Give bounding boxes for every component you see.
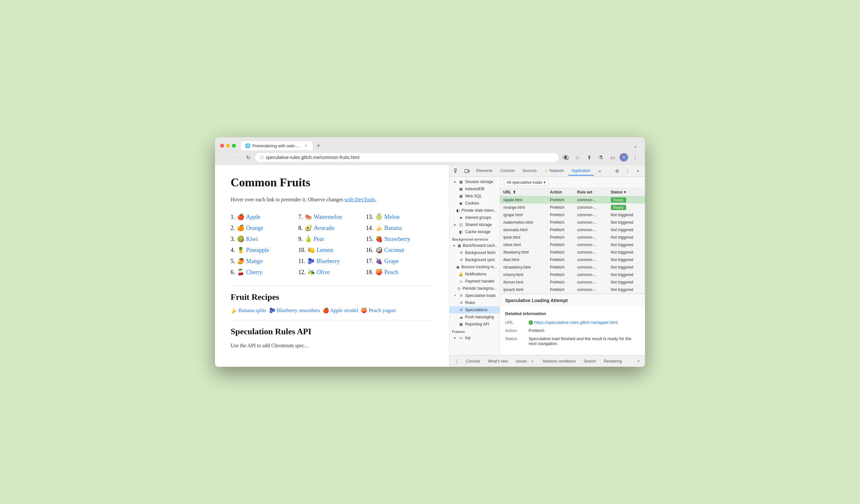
more-options-icon[interactable]: ⋮ (623, 167, 632, 176)
sidebar-item-top-frame[interactable]: ▶ ▭ top (449, 334, 500, 342)
more-menu-icon[interactable]: ⋮ (631, 153, 640, 162)
fruit-link-orange[interactable]: Orange (246, 225, 263, 231)
fruit-link-pear[interactable]: Pear (314, 236, 324, 243)
fruit-link-watermelon[interactable]: Watermelon (314, 214, 343, 220)
sidebar-item-cache-storage[interactable]: ◧ Cache storage (449, 228, 500, 235)
eyeslash-icon[interactable]: 👁‍🗨 (561, 153, 570, 162)
sidebar-item-interest-groups[interactable]: ◈ Interest groups (449, 214, 500, 221)
sidebar-item-websql[interactable]: ▦ Web SQL (449, 192, 500, 200)
fruit-link-coconut[interactable]: Coconut (385, 247, 404, 254)
col-url[interactable]: URL ⬆ (500, 188, 547, 197)
fruit-link-apple[interactable]: Apple (246, 214, 260, 220)
split-icon[interactable]: ▭ (608, 153, 617, 162)
minimize-button[interactable] (226, 144, 230, 148)
table-row[interactable]: /avocado.htmlPrefetchcommon-...Not trigg… (500, 226, 645, 234)
bottom-tab-whatsnew[interactable]: What's new (485, 357, 511, 365)
recipe-link-apple[interactable]: 🍎 Apple strudel (322, 307, 358, 314)
more-tabs-icon[interactable]: » (595, 167, 604, 176)
tab-close-icon[interactable]: × (303, 143, 309, 148)
fruit-link-cherry[interactable]: Cherry (246, 269, 262, 276)
fruit-link-kiwi[interactable]: Kiwi (246, 236, 258, 243)
table-row[interactable]: /grape.htmlPrefetchcommon-...Not trigger… (500, 211, 645, 219)
refresh-button[interactable]: ↻ (244, 153, 253, 162)
sidebar-item-indexeddb[interactable]: ▦ IndexedDB (449, 185, 500, 192)
sidebar-item-shared-storage[interactable]: ▶ ◫ Shared storage (449, 221, 500, 228)
inspect-element-icon[interactable] (452, 167, 461, 176)
table-row[interactable]: /pear.htmlPrefetchcommon-...Not triggere… (500, 234, 645, 241)
table-row[interactable]: /peach.htmlPrefetchcommon-...Not trigger… (500, 286, 645, 293)
fruit-link-strawberry[interactable]: Strawberry (385, 236, 411, 243)
share-icon[interactable]: ⬆ (585, 153, 593, 162)
maximize-button[interactable] (232, 144, 236, 148)
sidebar-item-reporting-api[interactable]: ▦ Reporting API (449, 321, 500, 328)
recipe-link-blueberry[interactable]: 🫐 Blueberry smoothies (269, 307, 320, 314)
avatar[interactable]: A (620, 153, 628, 162)
bottom-more-icon[interactable]: ⋮ (452, 357, 461, 366)
sidebar-item-session-storage[interactable]: ▶ ▦ Session storage (449, 178, 500, 185)
tab-console[interactable]: Console (497, 167, 518, 176)
sidebar-item-rules[interactable]: ↺ Rules (449, 299, 500, 306)
sidebar-item-bg-sync[interactable]: ↺ Background sync (449, 256, 500, 263)
bottom-tab-network-conditions[interactable]: Network conditions (540, 357, 579, 365)
fruit-link-lemon[interactable]: Lemon (317, 247, 333, 254)
sidebar-item-periodic-bg[interactable]: ◷ Periodic backgrou... (449, 285, 500, 292)
sidebar-item-notifications[interactable]: 🔔 Notifications (449, 271, 500, 278)
bottom-tab-search[interactable]: Search (580, 357, 599, 365)
back-button[interactable]: ← (220, 153, 229, 162)
fruit-link-pineapple[interactable]: Pineapple (246, 247, 269, 254)
table-row[interactable]: /apple.htmlPrefetchcommon-...Ready (500, 197, 645, 204)
col-action[interactable]: Action (547, 188, 574, 197)
table-row[interactable]: /watermelon.htmlPrefetchcommon-...Not tr… (500, 219, 645, 226)
tab-application[interactable]: Application (568, 167, 594, 176)
new-tab-button[interactable]: + (314, 141, 323, 150)
device-toggle-icon[interactable] (462, 167, 472, 176)
close-devtools-icon[interactable]: × (633, 167, 642, 176)
fruit-link-blueberry[interactable]: Blueberry (316, 258, 340, 265)
tab-sources[interactable]: Sources (519, 167, 540, 176)
fruit-link-mango[interactable]: Mango (246, 258, 263, 265)
sidebar-item-push-messaging[interactable]: ☁ Push messaging (449, 314, 500, 321)
settings-icon[interactable]: ⚙ (613, 167, 621, 176)
sidebar-item-cookies[interactable]: ◉ Cookies (449, 200, 500, 207)
url-value[interactable]: ✓ https://speculative-rules.glitch.me/ap… (529, 320, 618, 325)
sidebar-item-private-state-tokens[interactable]: ◧ Private state token... (449, 207, 500, 214)
table-row[interactable]: /blueberry.htmlPrefetchcommon-...Not tri… (500, 249, 645, 256)
col-status[interactable]: Status ▾ (607, 188, 645, 197)
browser-tab[interactable]: 🌐 Prerendering with web-vitals... × (241, 141, 313, 150)
sidebar-item-payment-handler[interactable]: ▭ Payment handler (449, 278, 500, 285)
sidebar-item-bounce-tracking[interactable]: ◉ Bounce tracking m... (449, 263, 500, 271)
recipe-link-peach[interactable]: 🍑 Peach yogurt (361, 307, 396, 314)
fruit-link-peach[interactable]: Peach (385, 269, 399, 276)
sidebar-item-speculations[interactable]: ↺ Speculations (449, 306, 500, 314)
table-row[interactable]: /kiwi.htmlPrefetchcommon-...Not triggere… (500, 256, 645, 264)
issues-close-icon[interactable]: × (530, 359, 535, 363)
speculation-dropdown[interactable]: All speculative loads ▾ (504, 179, 548, 186)
tab-dropdown-icon[interactable]: ⌄ (631, 141, 640, 150)
extension-icon[interactable]: ⚗ (596, 153, 605, 162)
address-bar[interactable]: ⓘ speculative-rules.glitch.me/common-fru… (255, 153, 558, 162)
table-row[interactable]: /strawberry.htmlPrefetchcommon-...Not tr… (500, 264, 645, 271)
table-row[interactable]: /cherry.htmlPrefetchcommon-...Not trigge… (500, 271, 645, 279)
sidebar-item-bg-fetch[interactable]: ↺ Background fetch (449, 249, 500, 256)
fruit-link-banana[interactable]: Banana (385, 225, 402, 231)
forward-button[interactable]: → (232, 153, 241, 162)
close-button[interactable] (220, 144, 224, 148)
col-ruleset[interactable]: Rule set (574, 188, 607, 197)
tab-network[interactable]: ⚠ Network (541, 167, 567, 176)
sidebar-item-bfcache[interactable]: ▶ ▦ Back/forward cach... (449, 242, 500, 249)
table-row[interactable]: /olive.htmlPrefetchcommon-...Not trigger… (500, 241, 645, 249)
bottom-tab-rendering[interactable]: Rendering (600, 357, 625, 365)
star-icon[interactable]: ☆ (573, 153, 582, 162)
bottom-tab-issues[interactable]: Issues × (513, 357, 538, 365)
fruit-link-avocado[interactable]: Avocado (314, 225, 335, 231)
fruit-link-olive[interactable]: Olive (317, 269, 330, 276)
devtools-link[interactable]: with DevTools (344, 197, 375, 202)
fruit-link-grape[interactable]: Grape (385, 258, 399, 265)
sidebar-item-speculative-loads[interactable]: ▼ ↺ Speculative loads (449, 292, 500, 299)
close-bottom-panel-icon[interactable]: × (635, 357, 642, 365)
bottom-tab-console[interactable]: Console (462, 357, 483, 365)
recipe-link-banana[interactable]: 🍌 Banana splits (231, 307, 267, 314)
fruit-link-melon[interactable]: Melon (385, 214, 400, 220)
tab-elements[interactable]: Elements (473, 167, 496, 176)
table-row[interactable]: /lemon.htmlPrefetchcommon-...Not trigger… (500, 279, 645, 286)
